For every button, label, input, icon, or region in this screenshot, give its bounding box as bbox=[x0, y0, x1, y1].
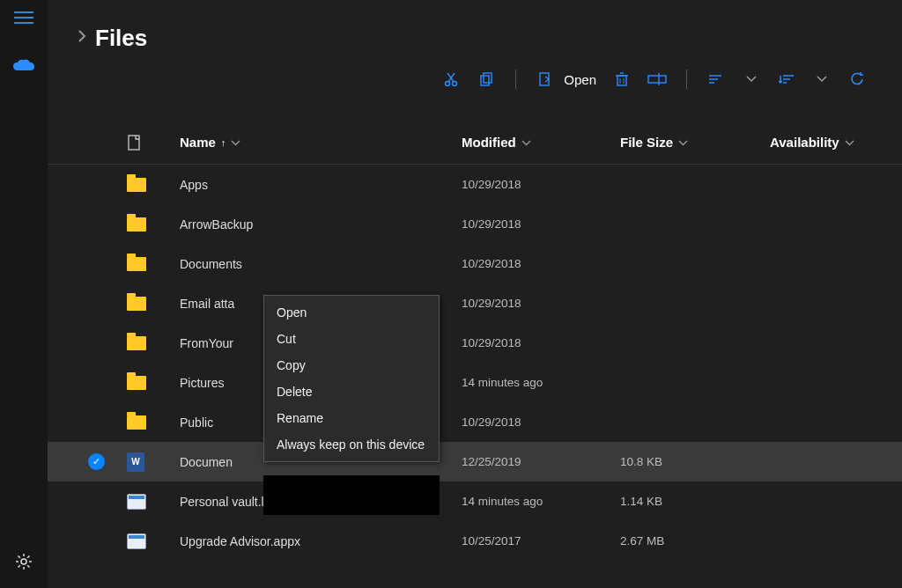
table-row[interactable]: ✓WDocumen12/25/201910.8 KB bbox=[48, 442, 902, 481]
rename-icon[interactable] bbox=[647, 70, 667, 89]
appx-icon bbox=[127, 533, 146, 549]
file-name: Upgrade Advisor.appx bbox=[180, 534, 462, 548]
delete-icon[interactable] bbox=[612, 70, 632, 89]
context-menu-item[interactable]: Delete bbox=[264, 379, 439, 405]
sort-icon[interactable] bbox=[706, 70, 726, 89]
svg-rect-28 bbox=[129, 136, 139, 150]
column-select-icon[interactable] bbox=[127, 134, 180, 151]
context-menu-overflow bbox=[263, 475, 440, 515]
toolbar: Open bbox=[48, 52, 902, 94]
svg-rect-14 bbox=[540, 73, 549, 85]
context-menu-item[interactable]: Rename bbox=[264, 405, 439, 431]
column-availability[interactable]: Availability bbox=[770, 135, 902, 150]
folder-icon bbox=[127, 415, 146, 430]
open-button-label[interactable]: Open bbox=[564, 72, 596, 87]
table-row[interactable]: Email atta10/29/2018 bbox=[48, 283, 902, 323]
file-modified: 10/29/2018 bbox=[462, 336, 620, 349]
file-name: ArrowBackup bbox=[180, 217, 462, 232]
context-menu-item[interactable]: Cut bbox=[264, 326, 439, 352]
context-menu-item[interactable]: Copy bbox=[264, 352, 439, 379]
context-menu-item[interactable]: Open bbox=[264, 299, 439, 326]
file-modified: 10/29/2018 bbox=[462, 178, 620, 191]
file-modified: 10/29/2018 bbox=[462, 415, 620, 429]
file-modified: 14 minutes ago bbox=[462, 376, 620, 389]
copy-icon[interactable] bbox=[477, 70, 496, 89]
shortcut-icon bbox=[127, 494, 146, 510]
chevron-down-icon[interactable] bbox=[231, 136, 240, 149]
svg-point-8 bbox=[446, 82, 450, 86]
chevron-right-icon[interactable] bbox=[78, 29, 86, 48]
separator bbox=[686, 70, 687, 89]
column-availability-label: Availability bbox=[770, 135, 839, 150]
sidebar bbox=[0, 0, 48, 588]
file-modified: 14 minutes ago bbox=[462, 495, 620, 508]
chevron-down-icon[interactable] bbox=[812, 70, 832, 89]
context-menu: OpenCutCopyDeleteRenameAlways keep on th… bbox=[263, 295, 440, 462]
menu-icon[interactable] bbox=[14, 11, 33, 28]
svg-point-7 bbox=[21, 559, 26, 564]
table-header: Name ↑ Modified File Size Availability bbox=[48, 121, 902, 165]
refresh-icon[interactable] bbox=[847, 70, 867, 89]
table-row[interactable]: Public10/29/2018 bbox=[48, 402, 902, 442]
table-row[interactable]: Apps10/29/2018 bbox=[48, 165, 902, 204]
context-menu-item[interactable]: Always keep on this device bbox=[264, 431, 439, 458]
column-modified-label: Modified bbox=[462, 135, 516, 150]
folder-icon bbox=[127, 297, 146, 311]
file-modified: 10/29/2018 bbox=[462, 217, 620, 231]
folder-icon bbox=[127, 257, 146, 271]
check-icon[interactable]: ✓ bbox=[88, 453, 105, 470]
table-row[interactable]: Pictures14 minutes ago bbox=[48, 363, 902, 402]
folder-icon bbox=[127, 217, 146, 232]
open-icon[interactable] bbox=[536, 70, 555, 89]
page-title: Files bbox=[95, 25, 147, 52]
column-filesize[interactable]: File Size bbox=[620, 135, 770, 150]
table-row[interactable]: Personal vault.lnk14 minutes ago1.14 KB bbox=[48, 481, 902, 521]
svg-line-11 bbox=[447, 73, 454, 82]
sort-asc-icon: ↑ bbox=[221, 137, 226, 148]
folder-icon bbox=[127, 336, 146, 350]
table-row[interactable]: Upgrade Advisor.appx10/25/20172.67 MB bbox=[48, 521, 902, 561]
column-name-label: Name bbox=[180, 135, 216, 150]
cut-icon[interactable] bbox=[441, 70, 461, 89]
file-modified: 12/25/2019 bbox=[462, 455, 620, 468]
svg-line-10 bbox=[448, 73, 455, 82]
svg-rect-12 bbox=[481, 76, 489, 85]
settings-icon[interactable] bbox=[15, 553, 33, 574]
table-row[interactable]: Documents10/29/2018 bbox=[48, 244, 902, 283]
file-modified: 10/29/2018 bbox=[462, 297, 620, 310]
column-filesize-label: File Size bbox=[620, 135, 673, 150]
onedrive-icon[interactable] bbox=[12, 58, 35, 77]
separator bbox=[515, 70, 516, 89]
file-modified: 10/25/2017 bbox=[462, 534, 620, 548]
file-name: Documents bbox=[180, 257, 462, 271]
table-row[interactable]: FromYour10/29/2018 bbox=[48, 323, 902, 363]
svg-rect-13 bbox=[484, 73, 492, 83]
chevron-down-icon[interactable] bbox=[742, 70, 761, 89]
svg-rect-20 bbox=[648, 76, 666, 83]
chevron-down-icon[interactable] bbox=[845, 136, 854, 149]
sort-order-icon[interactable] bbox=[777, 70, 796, 89]
file-size: 10.8 KB bbox=[620, 455, 770, 468]
file-modified: 10/29/2018 bbox=[462, 257, 620, 270]
folder-icon bbox=[127, 376, 146, 390]
folder-icon bbox=[127, 178, 146, 192]
file-name: Apps bbox=[180, 178, 462, 192]
chevron-down-icon[interactable] bbox=[521, 136, 531, 149]
column-modified[interactable]: Modified bbox=[462, 135, 620, 150]
table-row[interactable]: ArrowBackup10/29/2018 bbox=[48, 204, 902, 244]
file-table: Name ↑ Modified File Size Availability bbox=[48, 121, 902, 561]
svg-point-9 bbox=[453, 82, 457, 86]
main-panel: Files Open bbox=[48, 0, 902, 588]
file-size: 2.67 MB bbox=[620, 534, 770, 548]
column-name[interactable]: Name ↑ bbox=[180, 135, 462, 150]
file-size: 1.14 KB bbox=[620, 495, 770, 508]
breadcrumb: Files bbox=[48, 25, 902, 52]
svg-rect-15 bbox=[617, 76, 626, 85]
chevron-down-icon[interactable] bbox=[678, 136, 688, 149]
word-doc-icon: W bbox=[127, 452, 144, 472]
